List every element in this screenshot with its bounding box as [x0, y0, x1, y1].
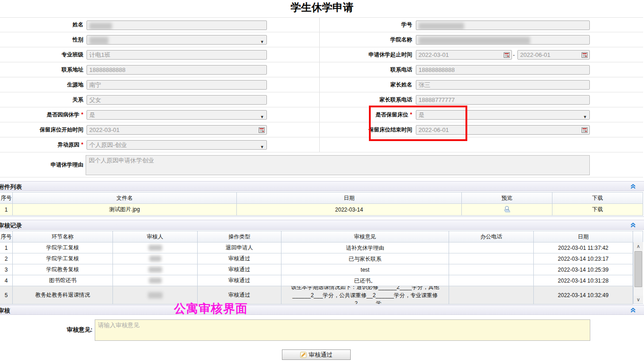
- relation-field: 父女: [87, 95, 267, 105]
- col-header-no: 序号: [0, 231, 13, 243]
- review-opinion: 请补充休学理由: [281, 243, 449, 253]
- review-no: 3: [0, 264, 13, 275]
- parent-phone-label: 家长联系电话: [319, 92, 412, 107]
- review-row: 1 学院学工复核 退回申请人 请补充休学理由 2022-03-01 11:37:…: [0, 243, 643, 253]
- page-title: 学生休学申请: [0, 0, 644, 15]
- leave-reason-textarea: 因个人原因申请休学创业: [86, 155, 590, 175]
- scrollbar-thumb[interactable]: [634, 251, 642, 287]
- col-header-reviewer: 审核人: [113, 231, 198, 243]
- keep-bed-label: 是否保留床位*: [319, 107, 412, 122]
- download-link[interactable]: 下载: [592, 206, 603, 213]
- attachments-header-row: 序号 文件名 日期 预览 下载: [0, 192, 643, 204]
- leave-period-start-date: 2022-03-01: [416, 50, 512, 60]
- review-row: 2 学院学工复核 审核通过 已与家长联系 2022-03-14 10:23:17: [0, 253, 643, 264]
- attachment-preview-cell: [462, 204, 552, 216]
- review-records-table: 序号 环节名称 审核人 操作类型 审核意见 办公电话 日期 1 学院学工复核 退…: [0, 231, 643, 304]
- gender-select: ▼: [87, 35, 267, 45]
- review-step: 图书馆还书: [13, 275, 113, 286]
- scroll-down-arrow-icon[interactable]: ∨: [634, 296, 643, 303]
- col-header-no: 序号: [0, 192, 13, 204]
- bed-end-label: 保留床位结束时间: [319, 122, 412, 137]
- review-reviewer: [113, 253, 198, 264]
- review-step: 学院学工复核: [13, 253, 113, 264]
- collapse-chevrons-icon[interactable]: [630, 222, 636, 230]
- form-row: 是否因病休学* 是 ▼ 是否保留床位* 是 ▼: [0, 107, 643, 122]
- leave-period-label: 申请休学起止时间: [319, 47, 412, 62]
- chevron-down-icon: ▼: [260, 38, 264, 45]
- calendar-icon: [581, 51, 588, 60]
- review-no: 4: [0, 275, 13, 286]
- review-action: 退回申请人: [198, 243, 281, 253]
- required-asterisk: *: [410, 111, 412, 118]
- gender-label: 性别: [0, 32, 83, 47]
- approve-button[interactable]: 审核通过: [282, 349, 351, 360]
- review-opinion-textarea[interactable]: [95, 319, 590, 341]
- form-row: 关系 父女 家长联系电话 18888777777: [0, 92, 643, 107]
- col-header-action: 操作类型: [198, 231, 281, 243]
- review-phone: [449, 275, 534, 286]
- attachments-section-title: 附件列表: [0, 183, 22, 191]
- redacted-value: [419, 37, 530, 45]
- review-action: 审核通过: [198, 264, 281, 275]
- review-reviewer: [113, 243, 198, 253]
- review-no: 2: [0, 253, 13, 264]
- review-date: 2022-03-14 10:32:49: [534, 286, 633, 304]
- origin-place-label: 生源地: [0, 77, 83, 92]
- college-name-field: [416, 35, 590, 45]
- pencil-icon: [300, 352, 307, 358]
- name-label: 姓名: [0, 18, 83, 32]
- review-opinion: 已与家长联系: [281, 253, 449, 264]
- redacted-value: [148, 267, 162, 273]
- review-reviewer: [113, 275, 198, 286]
- calendar-icon: [258, 126, 265, 135]
- form-row: 保留床位开始时间 2022-03-01 保留床位结束时间 2022-06-01: [0, 122, 643, 137]
- redacted-value: [89, 37, 108, 45]
- form-row: 生源地 南宁 家长姓名 张三: [0, 77, 643, 92]
- review-step: 学院教务复核: [13, 264, 113, 275]
- col-header-step: 环节名称: [13, 231, 113, 243]
- review-no: 1: [0, 243, 13, 253]
- required-asterisk: *: [81, 142, 83, 148]
- relation-label: 关系: [0, 92, 83, 107]
- form-row: 联系地址 18888888888 联系电话 18888888888: [0, 62, 643, 77]
- review-opinion: 该生本学期选课情况如下：通识必修______2____学分，其他______2_…: [281, 286, 449, 304]
- chevron-down-icon: ▼: [583, 113, 587, 120]
- form-row: 专业班级 计电1班 申请休学起止时间 2022-03-01 - 2022-06-…: [0, 47, 643, 62]
- contact-phone-label: 联系电话: [319, 62, 412, 77]
- chevron-down-icon: ▼: [260, 143, 264, 150]
- student-leave-application-page: 学生休学申请 姓名 学号 性别 ▼ 学院名称 专业班级 计电1班 申请休学起止时…: [0, 0, 644, 364]
- review-date: 2022-03-14 10:23:17: [534, 253, 633, 264]
- attachments-section-bar: 附件列表: [0, 181, 644, 191]
- review-action: 审核通过: [198, 253, 281, 264]
- collapse-chevrons-icon[interactable]: [630, 307, 636, 315]
- contact-address-label: 联系地址: [0, 62, 83, 77]
- review-step: 学院学工复核: [13, 243, 113, 253]
- review-step: 教务处教务科退课情况: [13, 286, 113, 304]
- attachment-date: 2022-03-14: [237, 204, 462, 216]
- review-table-scrollbar[interactable]: ∧ ∨: [633, 242, 643, 304]
- review-section-bar: 审核: [0, 305, 644, 315]
- leave-period-end-date: 2022-06-01: [517, 50, 590, 60]
- review-opinion: 已还书。: [281, 275, 449, 286]
- review-date: 2022-03-14 10:31:28: [534, 275, 633, 286]
- bed-start-label: 保留床位开始时间: [0, 122, 83, 137]
- divider: [0, 216, 644, 217]
- redacted-value: [148, 292, 163, 298]
- redacted-value: [149, 278, 162, 283]
- magnifier-preview-icon[interactable]: [502, 206, 511, 214]
- col-header-scroll-spacer: [633, 231, 643, 243]
- change-reason-select: 个人原因-创业 ▼: [87, 140, 267, 150]
- col-header-preview: 预览: [462, 192, 552, 204]
- redacted-value: [89, 23, 112, 30]
- review-records-section-title: 审核记录: [0, 222, 22, 230]
- review-phone: [449, 243, 534, 253]
- review-phone: [449, 253, 534, 264]
- col-header-date: 日期: [534, 231, 633, 243]
- review-phone: [449, 264, 534, 275]
- collapse-chevrons-icon[interactable]: [630, 183, 636, 192]
- scroll-up-arrow-icon[interactable]: ∧: [634, 243, 643, 250]
- review-no: 5: [0, 286, 13, 304]
- redacted-value: [419, 23, 464, 30]
- col-header-filename: 文件名: [13, 192, 237, 204]
- redacted-value: [149, 256, 161, 262]
